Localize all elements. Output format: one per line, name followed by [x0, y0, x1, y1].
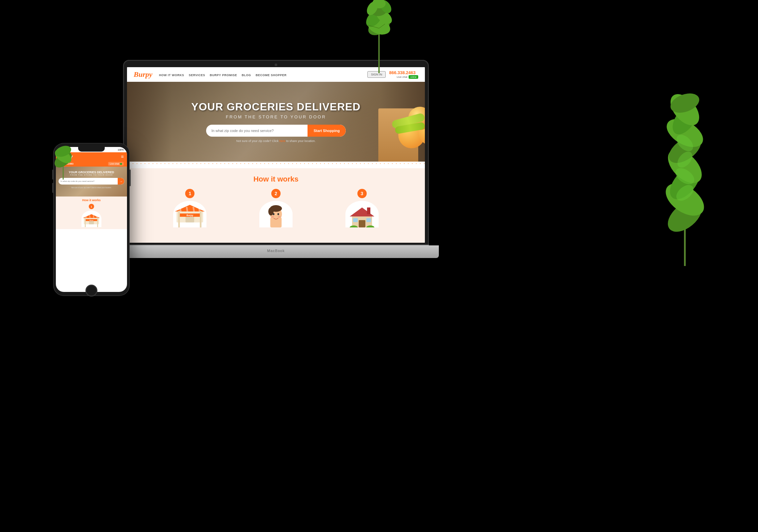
svg-rect-38	[178, 211, 180, 227]
step-3-icon	[345, 201, 379, 227]
nav-item-services[interactable]: SERVICES	[189, 71, 205, 77]
svg-rect-53	[367, 207, 370, 214]
phone-step-1: 1 Burpy	[81, 204, 101, 227]
website-content: Burpy HOW IT WORKS SERVICES BURPY PROMIS…	[127, 67, 425, 243]
nav-link-how[interactable]: HOW IT WORKS	[159, 73, 184, 77]
phone-volume-down	[52, 183, 53, 193]
steps-container: 1	[140, 189, 412, 227]
step-1-icon: Burpy	[173, 201, 206, 227]
zip-code-input[interactable]	[206, 129, 308, 133]
phone-livechat-area: Live chat	[108, 162, 124, 166]
how-it-works-section: How it works 1	[127, 168, 425, 243]
nav-link-become[interactable]: BECOME SHOPPER	[256, 73, 287, 77]
svg-rect-52	[366, 218, 371, 222]
hero-title: YOUR GROCERIES DELIVERED	[191, 101, 360, 113]
person-svg	[261, 204, 291, 227]
phone-search-button[interactable]: →	[118, 178, 124, 185]
phone-search-input[interactable]	[59, 180, 118, 182]
svg-rect-65	[85, 217, 86, 227]
phone-battery: 100%	[118, 149, 124, 151]
svg-marker-49	[350, 207, 374, 216]
nav-livechat: Live chat online	[397, 75, 418, 79]
laptop-frame: Burpy HOW IT WORKS SERVICES BURPY PROMIS…	[123, 60, 429, 259]
phone-online-dot	[120, 163, 122, 165]
store-svg: Burpy	[175, 204, 205, 227]
livechat-label: Live chat	[397, 75, 407, 78]
nav-item-promise[interactable]: BURPY PROMISE	[210, 71, 237, 77]
site-logo: Burpy	[134, 70, 152, 79]
phone-steps: 1 Burpy	[58, 204, 125, 227]
phone-livechat-label: Live chat	[110, 163, 119, 165]
step-3: 3	[325, 189, 399, 227]
phone-how-title: How it works	[58, 199, 125, 202]
step-2-icon	[259, 201, 293, 227]
nav-link-services[interactable]: SERVICES	[189, 73, 205, 77]
svg-point-47	[278, 216, 281, 218]
nav-link-blog[interactable]: BLOG	[242, 73, 251, 77]
nav-item-how[interactable]: HOW IT WORKS	[159, 71, 184, 77]
phone-location-note: Not sure of your zip code? Click to shar…	[56, 187, 127, 189]
svg-rect-50	[359, 220, 365, 227]
laptop-screen: Burpy HOW IT WORKS SERVICES BURPY PROMIS…	[127, 67, 425, 243]
start-shopping-button[interactable]: Start Shopping	[308, 125, 346, 137]
svg-rect-51	[353, 218, 358, 222]
nav-item-become[interactable]: BECOME SHOPPER	[256, 71, 287, 77]
svg-point-44	[273, 213, 274, 215]
phone-step-1-icon: Burpy	[81, 210, 101, 227]
svg-text:Burpy: Burpy	[187, 214, 193, 217]
step-1-number: 1	[185, 189, 194, 198]
hero-location-note: Not sure of your zip code? Click here to…	[236, 139, 316, 143]
nav-item-blog[interactable]: BLOG	[242, 71, 251, 77]
step-1: 1	[153, 189, 226, 227]
svg-point-46	[271, 216, 274, 218]
svg-text:Burpy: Burpy	[89, 219, 93, 221]
plant-right	[638, 66, 731, 266]
nav-links: HOW IT WORKS SERVICES BURPY PROMISE BLOG…	[159, 71, 367, 77]
phone-menu-icon[interactable]: ≡	[121, 154, 124, 159]
location-note-text: Not sure of your zip code? Click	[236, 139, 279, 143]
plant-top	[346, 0, 412, 73]
phone-notch	[78, 147, 105, 152]
step-3-number: 3	[357, 189, 367, 198]
hero-subtitle: FROM THE STORE TO YOUR DOOR	[226, 114, 326, 119]
online-badge: online	[409, 75, 418, 79]
how-it-works-title: How it works	[140, 175, 412, 184]
laptop-camera	[275, 64, 277, 66]
step-2: 2	[239, 189, 313, 227]
hero-section: YOUR GROCERIES DELIVERED FROM THE STORE …	[127, 82, 425, 162]
phone-step-1-num: 1	[89, 204, 94, 209]
nav-link-promise[interactable]: BURPY PROMISE	[210, 73, 237, 77]
macbook-label: MacBook	[267, 249, 285, 253]
phone-home-button[interactable]	[85, 285, 97, 297]
phone-power-button	[130, 170, 131, 186]
laptop-container: Burpy HOW IT WORKS SERVICES BURPY PROMIS…	[123, 60, 429, 276]
location-note-text2: to share your location.	[286, 139, 316, 143]
svg-rect-66	[97, 217, 98, 227]
svg-rect-62	[89, 220, 94, 224]
plant-left-small	[47, 140, 80, 180]
house-svg	[347, 204, 377, 227]
svg-point-45	[277, 213, 279, 215]
laptop-base: MacBook	[113, 245, 439, 258]
step-2-number: 2	[271, 189, 281, 198]
dots-divider	[127, 162, 425, 165]
phone-how-it-works: How it works 1	[56, 197, 127, 229]
hero-search-form[interactable]: Start Shopping	[206, 125, 346, 137]
svg-rect-39	[200, 211, 201, 227]
location-link[interactable]: here	[279, 139, 285, 143]
phone-store-svg: Burpy	[83, 214, 100, 227]
